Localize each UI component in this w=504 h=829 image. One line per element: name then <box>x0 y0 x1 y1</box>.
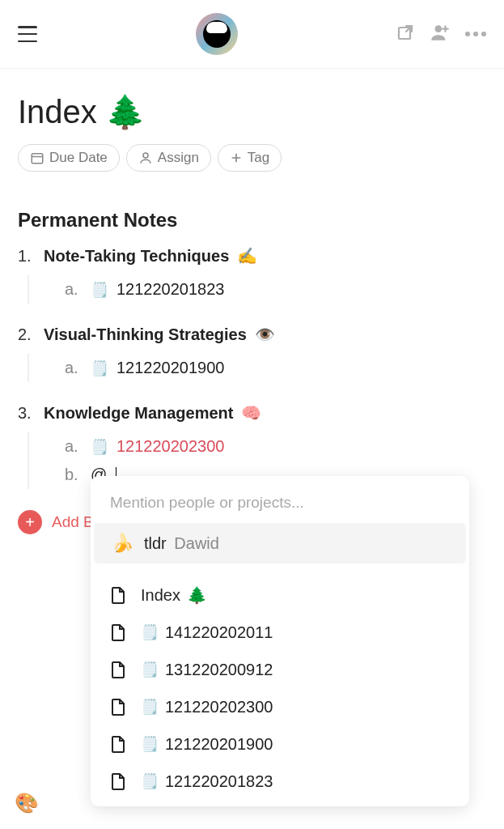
notepad-icon: 🗒️ <box>91 359 108 377</box>
page-content: Index 🌲 Due Date Assign Tag Permanent No… <box>0 69 504 534</box>
topbar-actions <box>396 22 486 46</box>
note-item: 1. Note-Taking Techniques ✍️ a. 🗒️ 12122… <box>18 246 486 304</box>
notepad-icon: 🗒️ <box>91 438 108 456</box>
note-sub-item[interactable]: a. 🗒️ 121220202300 <box>53 432 486 461</box>
sub-letter: a. <box>65 437 83 456</box>
palette-icon[interactable]: 🎨 <box>15 792 39 814</box>
popup-project-item[interactable]: 🗒️ 121220201823 <box>91 763 469 800</box>
document-icon <box>108 585 128 606</box>
sub-letter: a. <box>65 280 83 299</box>
popup-project-title: Index <box>141 586 180 605</box>
sub-value: 121220201823 <box>116 280 224 299</box>
note-number: 3. <box>18 404 36 423</box>
popup-project-title: 131220200912 <box>165 661 273 679</box>
popup-project-title: 121220201823 <box>165 772 273 791</box>
banana-icon: 🍌 <box>112 533 133 554</box>
popup-project-title: 141220202011 <box>165 623 273 642</box>
notepad-icon: 🗒️ <box>91 281 108 299</box>
note-sub-item[interactable]: a. 🗒️ 121220201823 <box>53 275 486 304</box>
popup-project-title: 121220201900 <box>165 735 273 754</box>
popup-item-title: tldr <box>144 534 167 552</box>
brain-icon: 🧠 <box>241 403 261 423</box>
add-block-label: Add B <box>52 513 94 531</box>
external-link-icon[interactable] <box>396 23 415 45</box>
popup-project-item[interactable]: 🗒️ 121220201900 <box>91 725 469 763</box>
notepad-icon: 🗒️ <box>141 698 159 716</box>
notepad-icon: 🗒️ <box>141 772 159 790</box>
svg-point-3 <box>143 153 148 158</box>
notepad-icon: 🗒️ <box>141 735 159 753</box>
tag-chip[interactable]: Tag <box>218 144 282 172</box>
note-sub-list: a. 🗒️ 121220201823 <box>28 275 486 304</box>
document-icon <box>108 696 128 717</box>
assign-chip[interactable]: Assign <box>126 144 211 172</box>
note-number: 2. <box>18 325 36 344</box>
notes-list: 1. Note-Taking Techniques ✍️ a. 🗒️ 12122… <box>18 246 486 489</box>
popup-project-item[interactable]: 🗒️ 121220202300 <box>91 688 469 725</box>
writing-hand-icon: ✍️ <box>237 246 257 266</box>
due-date-chip[interactable]: Due Date <box>18 144 120 172</box>
notepad-icon: 🗒️ <box>141 661 159 678</box>
sub-letter: a. <box>65 359 83 377</box>
assign-label: Assign <box>158 150 199 166</box>
eye-icon: 👁️ <box>255 325 275 344</box>
note-item: 2. Visual-Thinking Strategies 👁️ a. 🗒️ 1… <box>18 325 486 382</box>
svg-point-1 <box>435 25 443 32</box>
note-label[interactable]: Knowledge Management <box>44 404 233 423</box>
svg-rect-2 <box>32 154 43 164</box>
note-sub-list: a. 🗒️ 121220201900 <box>28 354 486 382</box>
tree-icon: 🌲 <box>187 585 207 605</box>
tag-label: Tag <box>248 150 269 166</box>
document-icon <box>108 733 128 755</box>
page-title-text: Index <box>18 94 97 130</box>
sub-letter: b. <box>65 466 83 484</box>
more-icon[interactable] <box>465 32 486 36</box>
document-icon <box>108 659 128 680</box>
popup-placeholder: Mention people or projects... <box>91 489 469 523</box>
notepad-icon: 🗒️ <box>141 623 159 641</box>
add-user-icon[interactable] <box>430 22 451 46</box>
metadata-chips: Due Date Assign Tag <box>18 144 486 172</box>
popup-project-item[interactable]: Index 🌲 <box>91 576 469 614</box>
note-label[interactable]: Visual-Thinking Strategies <box>44 325 247 344</box>
menu-icon[interactable] <box>18 26 37 42</box>
popup-project-item[interactable]: 🗒️ 141220202011 <box>91 614 469 651</box>
document-icon <box>108 771 128 792</box>
sub-value-link: 121220202300 <box>116 437 224 456</box>
popup-project-item[interactable]: 🗒️ 131220200912 <box>91 651 469 688</box>
popup-item-subtitle: Dawid <box>174 534 219 552</box>
popup-project-title: 121220202300 <box>165 698 273 716</box>
page-title: Index 🌲 <box>18 93 486 131</box>
note-number: 1. <box>18 247 36 266</box>
page-title-emoji: 🌲 <box>105 93 146 131</box>
due-date-label: Due Date <box>49 150 108 166</box>
topbar <box>0 0 504 69</box>
note-label[interactable]: Note-Taking Techniques <box>44 247 229 266</box>
mention-popup: Mention people or projects... 🍌 tldr Daw… <box>91 476 469 806</box>
app-logo[interactable] <box>196 13 238 55</box>
plus-icon: + <box>18 510 42 534</box>
note-sub-item[interactable]: a. 🗒️ 121220201900 <box>53 354 486 382</box>
popup-person-item[interactable]: 🍌 tldr Dawid <box>94 523 466 563</box>
sub-value: 121220201900 <box>116 359 224 377</box>
document-icon <box>108 622 128 643</box>
section-title: Permanent Notes <box>18 209 486 232</box>
